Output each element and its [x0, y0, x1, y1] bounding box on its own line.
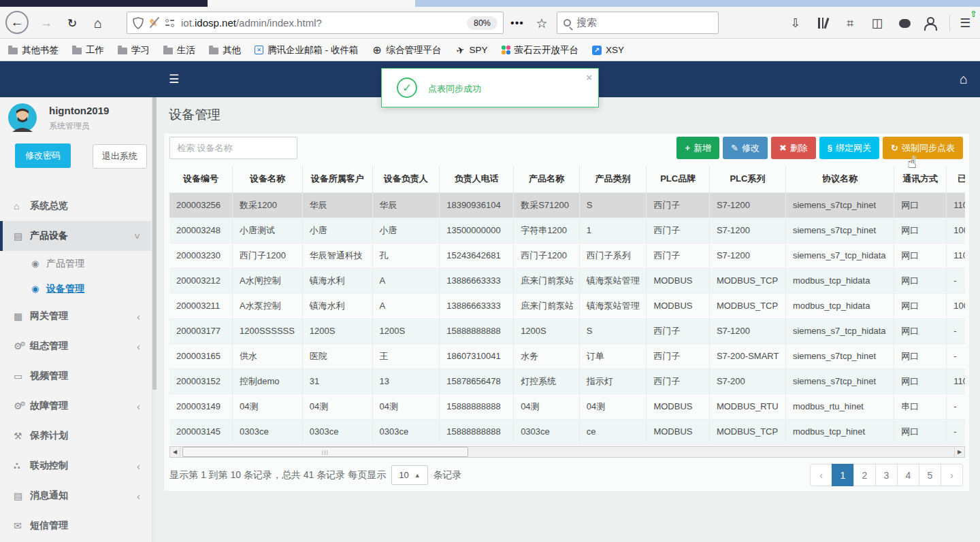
- url-text[interactable]: iot.idosp.net/admin/index.html?: [181, 17, 463, 29]
- sidebar-item-系统总览[interactable]: ⌂系统总览: [0, 191, 151, 221]
- chat-icon[interactable]: [895, 14, 914, 33]
- bookmark-item[interactable]: 工作: [72, 44, 104, 56]
- column-header-产品类别[interactable]: 产品类别: [579, 166, 647, 192]
- menu-icon[interactable]: ☰⇧: [956, 14, 975, 33]
- shield-icon[interactable]: [133, 17, 144, 29]
- table-row[interactable]: 200003256数采1200华辰华辰18390936104数采S71200S西…: [169, 192, 965, 218]
- home-button[interactable]: ⌂: [87, 12, 109, 34]
- action-button-删除[interactable]: ✖删除: [771, 137, 816, 159]
- column-header-协议名称[interactable]: 协议名称: [785, 166, 894, 192]
- bookmark-item[interactable]: 萤石云开放平台: [502, 44, 579, 56]
- table-cell: S7-1200: [709, 318, 785, 343]
- column-header-已绑定网关[interactable]: 已绑定网关: [947, 166, 965, 192]
- table-row[interactable]: 2000031771200SSSSSS1200S1200S15888888888…: [169, 318, 965, 343]
- sidebar-item-联动控制[interactable]: ∴联动控制‹: [0, 451, 151, 481]
- app-home-icon[interactable]: ⌂: [960, 71, 968, 87]
- bookmark-item[interactable]: ↗XSY: [592, 45, 624, 55]
- bookmark-item[interactable]: ⊕综合管理平台: [372, 44, 442, 56]
- column-header-设备名称[interactable]: 设备名称: [233, 166, 303, 192]
- action-button-绑定网关[interactable]: §绑定网关: [819, 137, 879, 159]
- bookmark-label: 学习: [131, 44, 150, 56]
- table-row[interactable]: 200003248小唐测试小唐小唐13500000000字符串12001西门子S…: [169, 218, 965, 243]
- permissions-icon[interactable]: [165, 19, 174, 27]
- sidebar-item-产品设备[interactable]: ▤产品设备˅: [0, 221, 151, 251]
- table-row[interactable]: 20000314904测04测04测1588888888804测04测MODBU…: [169, 394, 965, 419]
- column-header-负责人电话[interactable]: 负责人电话: [440, 166, 514, 192]
- column-header-产品名称[interactable]: 产品名称: [514, 166, 580, 192]
- bookmark-item[interactable]: 学习: [118, 44, 150, 56]
- sidebar-item-故障管理[interactable]: ⚙⚙故障管理‹: [0, 391, 151, 421]
- account-icon[interactable]: [920, 14, 939, 33]
- sidebar-item-产品管理[interactable]: ◉产品管理: [0, 251, 151, 276]
- toast-close-icon[interactable]: ×: [586, 71, 592, 83]
- sidebar-item-设备管理[interactable]: ◉设备管理: [0, 276, 151, 301]
- pagination-page-2[interactable]: 2: [853, 464, 876, 486]
- action-button-新增[interactable]: +新增: [676, 137, 719, 159]
- bookmark-item[interactable]: 生活: [163, 44, 195, 56]
- bookmark-star-icon[interactable]: ☆: [531, 12, 553, 34]
- table-row[interactable]: 2000031450303ce0303ce0303ce1588888888803…: [169, 419, 965, 444]
- table-row[interactable]: 200003152控制demo311315878656478灯控系统指示灯西门子…: [169, 369, 965, 394]
- bookmark-item[interactable]: 其他书签: [8, 44, 59, 56]
- forward-button[interactable]: →: [35, 12, 57, 34]
- button-label: 新增: [693, 143, 711, 153]
- table-cell: -: [947, 343, 965, 369]
- table-cell: 1200S: [302, 318, 372, 343]
- action-button-强制同步点表[interactable]: ↻强制同步点表: [883, 137, 963, 159]
- sidebar-scrollbar[interactable]: [152, 97, 157, 542]
- action-button-修改[interactable]: ✎修改: [723, 137, 768, 159]
- downloads-icon[interactable]: ⇩: [786, 14, 805, 33]
- sidebar-item-保养计划[interactable]: ⚒保养计划: [0, 421, 151, 451]
- column-header-设备编号[interactable]: 设备编号: [169, 166, 233, 192]
- sidebar-item-消息通知[interactable]: ▤消息通知‹: [0, 481, 151, 511]
- sidebar-item-视频管理[interactable]: ▭视频管理: [0, 361, 151, 391]
- table-cell: MODBUS_TCP: [709, 419, 785, 444]
- browser-search-box[interactable]: 搜索: [557, 12, 719, 34]
- library-icon[interactable]: [813, 14, 832, 33]
- table-cell: S7-1200: [709, 218, 785, 243]
- change-password-button[interactable]: 修改密码: [15, 143, 71, 168]
- sidebar-item-组态管理[interactable]: ⚙⚙组态管理‹: [0, 331, 151, 361]
- scrollbar-thumb[interactable]: |||: [182, 447, 468, 457]
- url-bar[interactable]: ✎ iot.idosp.net/admin/index.html? 80%: [127, 12, 504, 34]
- page-size-select[interactable]: 10▲: [391, 465, 427, 485]
- pagination-page-5[interactable]: 5: [919, 464, 941, 486]
- bookmark-item[interactable]: ✕腾讯企业邮箱 - 收件箱: [255, 44, 359, 56]
- reload-button[interactable]: ↻: [61, 12, 83, 34]
- scroll-left-icon[interactable]: ◀: [170, 447, 180, 457]
- table-cell: 200003256: [169, 192, 233, 218]
- zoom-level-badge[interactable]: 80%: [467, 16, 497, 30]
- sidebar-toggle-icon[interactable]: ◫: [868, 14, 887, 33]
- bookmark-item[interactable]: 其他: [209, 44, 241, 56]
- bookmark-item[interactable]: ✈SPY: [455, 45, 488, 55]
- pagination-page-1[interactable]: 1: [832, 464, 854, 486]
- table-cell: A: [372, 268, 440, 293]
- pagination-next[interactable]: ›: [941, 464, 963, 486]
- pagination-prev[interactable]: ‹: [810, 464, 832, 486]
- sidebar-collapse-icon[interactable]: ☰: [169, 72, 179, 86]
- column-header-设备所属客户[interactable]: 设备所属客户: [302, 166, 372, 192]
- device-search-input[interactable]: [169, 137, 297, 159]
- browser-tab-strip[interactable]: [0, 0, 980, 7]
- column-header-PLC品牌[interactable]: PLC品牌: [647, 166, 710, 192]
- table-row[interactable]: 200003230西门子1200华辰智通科技孔15243642681西门子120…: [169, 243, 965, 268]
- screenshot-icon[interactable]: ⌗: [840, 14, 860, 33]
- column-header-通讯方式[interactable]: 通讯方式: [894, 166, 947, 192]
- blocked-content-icon[interactable]: ✎: [149, 17, 161, 29]
- horizontal-scrollbar[interactable]: ◀ ||| ▶: [169, 446, 965, 458]
- table-row[interactable]: 200003165供水医院王18607310041水务订单西门子S7-200-S…: [169, 343, 965, 369]
- page-actions-icon[interactable]: •••: [506, 12, 528, 34]
- pagination-page-3[interactable]: 3: [875, 464, 898, 486]
- chevron-left-icon: ‹: [137, 401, 140, 412]
- sidebar-item-网关管理[interactable]: ▦网关管理‹: [0, 301, 151, 331]
- sidebar-item-短信管理[interactable]: ✉短信管理: [0, 511, 151, 541]
- column-header-PLC系列[interactable]: PLC系列: [709, 166, 785, 192]
- back-button[interactable]: ←: [5, 11, 29, 34]
- scroll-right-icon[interactable]: ▶: [954, 447, 964, 457]
- table-cell: 小唐: [372, 218, 440, 243]
- pagination-page-4[interactable]: 4: [897, 464, 919, 486]
- logout-button[interactable]: 退出系统: [93, 144, 147, 169]
- table-row[interactable]: 200003211A水泵控制镇海水利A13886663333庶来门前泵站镇海泵站…: [169, 293, 965, 318]
- table-row[interactable]: 200003212A水闸控制镇海水利A13886663333庶来门前泵站镇海泵站…: [169, 268, 965, 293]
- column-header-设备负责人[interactable]: 设备负责人: [372, 166, 440, 192]
